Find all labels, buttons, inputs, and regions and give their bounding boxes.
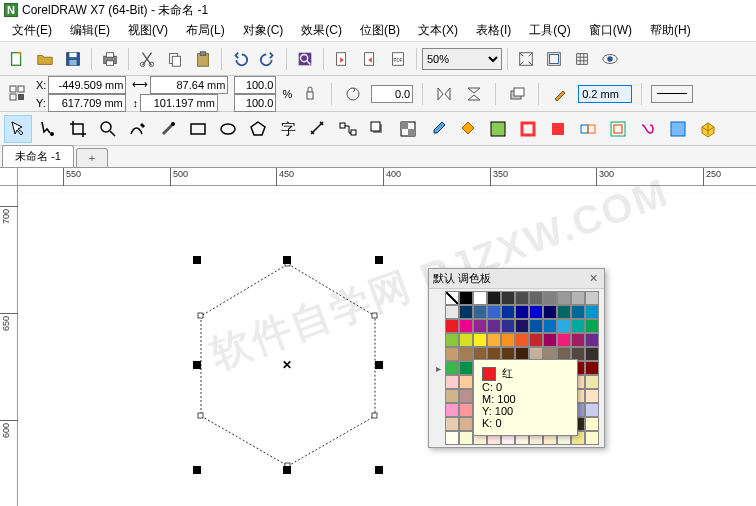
undo-button[interactable] (227, 46, 253, 72)
color-swatch[interactable] (585, 347, 599, 361)
selection-handle-se[interactable] (375, 466, 383, 474)
color-swatch[interactable] (445, 431, 459, 445)
color-swatch[interactable] (501, 319, 515, 333)
fullscreen-button[interactable] (513, 46, 539, 72)
menu-edit[interactable]: 编辑(E) (62, 20, 118, 41)
zoom-select[interactable]: 50% (422, 48, 502, 70)
color-swatch[interactable] (585, 375, 599, 389)
color-swatch[interactable] (445, 417, 459, 431)
color-swatch[interactable] (445, 347, 459, 361)
color-swatch[interactable] (585, 431, 599, 445)
color-swatch[interactable] (571, 291, 585, 305)
color-swatch[interactable] (501, 291, 515, 305)
color-swatch[interactable] (515, 291, 529, 305)
color-swatch[interactable] (543, 305, 557, 319)
color-swatch[interactable] (459, 403, 473, 417)
color-swatch[interactable] (459, 389, 473, 403)
selection-handle-ne[interactable] (375, 256, 383, 264)
y-input[interactable] (48, 94, 126, 112)
contour-tool[interactable] (604, 115, 632, 143)
color-swatch[interactable] (529, 291, 543, 305)
freehand-tool[interactable] (124, 115, 152, 143)
color-swatch[interactable] (445, 361, 459, 375)
palette-scroll-up[interactable]: ▸ (436, 363, 441, 374)
menu-bitmap[interactable]: 位图(B) (352, 20, 408, 41)
smart-fill-tool[interactable] (484, 115, 512, 143)
order-icon[interactable] (505, 82, 529, 106)
color-swatch[interactable] (459, 361, 473, 375)
color-swatch[interactable] (557, 305, 571, 319)
selection-handle-sw[interactable] (193, 466, 201, 474)
color-swatch[interactable] (473, 319, 487, 333)
palette-close-button[interactable]: ✕ (586, 272, 600, 286)
rotation-input[interactable] (371, 85, 413, 103)
outline-width[interactable]: 0.2 mm (578, 85, 632, 103)
selection-handle-n[interactable] (283, 256, 291, 264)
color-swatch[interactable] (459, 375, 473, 389)
new-tab-button[interactable]: + (76, 148, 108, 167)
polygon-tool[interactable] (244, 115, 272, 143)
import-button[interactable] (329, 46, 355, 72)
show-grid-button[interactable] (569, 46, 595, 72)
connector-tool[interactable] (334, 115, 362, 143)
color-swatch[interactable] (585, 333, 599, 347)
blend-tool[interactable] (574, 115, 602, 143)
menu-tools[interactable]: 工具(Q) (521, 20, 578, 41)
text-tool[interactable]: 字 (274, 115, 302, 143)
rectangle-tool[interactable] (184, 115, 212, 143)
color-swatch[interactable] (571, 333, 585, 347)
color-swatch[interactable] (459, 319, 473, 333)
new-button[interactable] (4, 46, 30, 72)
color-swatch[interactable] (543, 333, 557, 347)
color-swatch[interactable] (585, 361, 599, 375)
pick-tool[interactable] (4, 115, 32, 143)
selection-center[interactable]: ✕ (282, 358, 292, 368)
color-swatch[interactable] (445, 333, 459, 347)
open-button[interactable] (32, 46, 58, 72)
ruler-horizontal[interactable]: 550 500 450 400 350 300 250 (18, 168, 756, 186)
color-swatch[interactable] (557, 319, 571, 333)
paste-button[interactable] (190, 46, 216, 72)
color-swatch[interactable] (445, 291, 459, 305)
mirror-v-icon[interactable] (462, 82, 486, 106)
save-button[interactable] (60, 46, 86, 72)
color-swatch[interactable] (515, 305, 529, 319)
color-swatch[interactable] (585, 403, 599, 417)
color-swatch[interactable] (459, 291, 473, 305)
color-swatch[interactable] (585, 389, 599, 403)
artistic-media-tool[interactable] (154, 115, 182, 143)
menu-object[interactable]: 对象(C) (235, 20, 292, 41)
color-swatch[interactable] (529, 305, 543, 319)
color-swatch[interactable] (585, 305, 599, 319)
parallel-dimension-tool[interactable] (304, 115, 332, 143)
mirror-h-icon[interactable] (432, 82, 456, 106)
color-swatch[interactable] (487, 319, 501, 333)
color-swatch[interactable] (487, 333, 501, 347)
color-swatch[interactable] (585, 291, 599, 305)
menu-effects[interactable]: 效果(C) (293, 20, 350, 41)
selection-handle-w[interactable] (193, 361, 201, 369)
fill-tool[interactable] (544, 115, 572, 143)
scalex-input[interactable] (234, 76, 276, 94)
menu-table[interactable]: 表格(I) (468, 20, 519, 41)
zoom-tool[interactable] (94, 115, 122, 143)
width-input[interactable] (150, 76, 228, 94)
print-button[interactable] (97, 46, 123, 72)
color-swatch[interactable] (459, 431, 473, 445)
shape-tool[interactable] (34, 115, 62, 143)
outline-tool[interactable] (514, 115, 542, 143)
scaley-input[interactable] (234, 94, 276, 112)
copy-button[interactable] (162, 46, 188, 72)
color-swatch[interactable] (445, 375, 459, 389)
color-swatch[interactable] (459, 347, 473, 361)
menu-text[interactable]: 文本(X) (410, 20, 466, 41)
dropshadow-tool[interactable] (364, 115, 392, 143)
menu-view[interactable]: 视图(V) (120, 20, 176, 41)
color-swatch[interactable] (445, 305, 459, 319)
color-swatch[interactable] (459, 417, 473, 431)
crop-tool[interactable] (64, 115, 92, 143)
pdf-button[interactable]: PDF (385, 46, 411, 72)
menu-window[interactable]: 窗口(W) (581, 20, 640, 41)
menu-help[interactable]: 帮助(H) (642, 20, 699, 41)
color-swatch[interactable] (571, 319, 585, 333)
